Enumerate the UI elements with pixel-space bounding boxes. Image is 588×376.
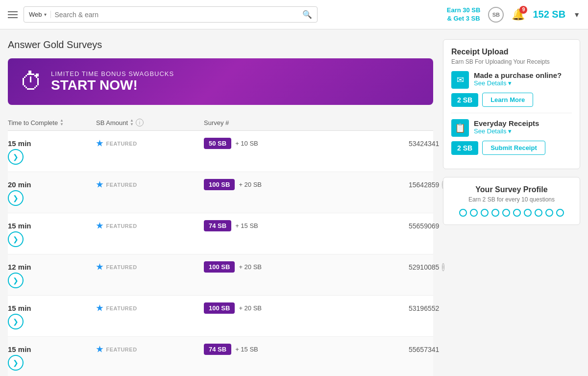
notifications-bell[interactable]: 🔔 9 (512, 8, 525, 21)
receipt-doc-icon: 📋 (451, 119, 469, 137)
survey-sb-col: 100 SB + 20 SB (204, 261, 409, 273)
sb-info-icon[interactable]: i (136, 119, 144, 126)
balance-chevron-icon[interactable]: ▼ (573, 11, 580, 19)
table-row: 20 min ★ FEATURED 100 SB + 20 SB 1564285… (8, 172, 433, 213)
col-action-header (409, 119, 433, 126)
profile-dot (502, 209, 510, 217)
profile-dot (459, 209, 467, 217)
chevron-down-icon: ▾ (508, 127, 512, 135)
everyday-receipts-header: 📋 Everyday Receipts See Details ▾ (451, 119, 572, 137)
profile-dot (513, 209, 521, 217)
online-sb-badge: 2 SB (451, 93, 478, 107)
survey-featured: ★ FEATURED (96, 139, 204, 148)
survey-profile-card: Your Survey Profile Earn 2 SB for every … (443, 177, 580, 225)
survey-sb-col: 74 SB + 15 SB (204, 220, 409, 231)
header-right: Earn 30 SB & Get 3 SB SB 🔔 9 152 SB ▼ (447, 6, 580, 23)
star-icon: ★ (96, 262, 103, 272)
online-see-details[interactable]: See Details ▾ (474, 79, 562, 87)
right-panel: Receipt Upload Earn SB For Uploading You… (443, 39, 580, 376)
survey-go-button[interactable]: ❯ (8, 190, 24, 206)
online-purchase-section: ✉ Made a purchase online? See Details ▾ … (451, 71, 572, 113)
survey-sb-col: 100 SB + 20 SB (204, 302, 409, 314)
banner-subtitle: LIMITED TIME BONUS SWAGBUCKS (51, 70, 174, 77)
everyday-receipts-actions: 2 SB Submit Receipt (451, 141, 572, 155)
notifications-badge: 9 (519, 6, 527, 14)
bonus-sb: + 15 SB (235, 346, 258, 353)
search-bar: Web ▾ 🔍 (24, 6, 318, 23)
survey-featured: ★ FEATURED (96, 180, 204, 189)
search-input[interactable] (55, 11, 303, 19)
receipt-upload-sub: Earn SB For Uploading Your Receipts (451, 58, 572, 65)
survey-number: 55659069 (409, 222, 433, 230)
banner-text: LIMITED TIME BONUS SWAGBUCKS START NOW! (51, 70, 174, 93)
table-row: 15 min ★ FEATURED 50 SB + 10 SB 53424341… (8, 131, 433, 172)
profile-dot (524, 209, 532, 217)
survey-go-button[interactable]: ❯ (8, 273, 24, 288)
survey-time: 15 min (8, 304, 96, 312)
receipt-upload-title: Receipt Upload (451, 48, 572, 56)
bonus-sb: + 20 SB (239, 181, 262, 188)
survey-sb-col: 74 SB + 15 SB (204, 344, 409, 355)
survey-number: 52910085 i (409, 263, 433, 271)
profile-dot (545, 209, 553, 217)
profile-dot (491, 209, 499, 217)
survey-number: 15642859 i (409, 181, 433, 189)
email-icon: ✉ (451, 71, 469, 89)
sb-balance[interactable]: 152 SB (533, 9, 565, 20)
star-icon: ★ (96, 139, 103, 148)
star-icon: ★ (96, 303, 103, 313)
page-title: Answer Gold Surveys (8, 39, 433, 50)
sb-badge: 100 SB (204, 261, 235, 273)
table-row: 15 min ★ FEATURED 74 SB + 15 SB 55657341… (8, 337, 433, 376)
sort-sb-icon: ▲▼ (130, 119, 134, 126)
survey-number: 53424341 (409, 140, 433, 148)
survey-featured: ★ FEATURED (96, 303, 204, 313)
search-type-dropdown[interactable]: Web ▾ (29, 11, 51, 18)
survey-profile-title: Your Survey Profile (451, 185, 572, 194)
survey-profile-sub: Earn 2 SB for every 10 questions (451, 196, 572, 203)
main-content: Answer Gold Surveys ⏱ LIMITED TIME BONUS… (0, 29, 588, 376)
promo-banner[interactable]: ⏱ LIMITED TIME BONUS SWAGBUCKS START NOW… (8, 58, 433, 105)
search-type-label: Web (29, 11, 42, 18)
star-icon: ★ (96, 345, 103, 354)
earn-bonus-text[interactable]: Earn 30 SB & Get 3 SB (447, 6, 481, 23)
survey-number: 55657341 (409, 346, 433, 353)
learn-more-button[interactable]: Learn More (482, 93, 533, 107)
online-purchase-header: ✉ Made a purchase online? See Details ▾ (451, 71, 572, 89)
profile-dot (535, 209, 542, 217)
table-row: 15 min ★ FEATURED 100 SB + 20 SB 5319655… (8, 296, 433, 337)
search-icon[interactable]: 🔍 (302, 10, 312, 19)
chevron-down-icon: ▾ (508, 79, 512, 87)
survey-go-button[interactable]: ❯ (8, 149, 24, 165)
survey-rows-container: 15 min ★ FEATURED 50 SB + 10 SB 53424341… (8, 131, 433, 376)
everyday-see-details[interactable]: See Details ▾ (474, 127, 539, 135)
chevron-down-icon: ▾ (44, 12, 47, 17)
survey-go-button[interactable]: ❯ (8, 355, 24, 371)
profile-dot (481, 209, 489, 217)
profile-dot (470, 209, 478, 217)
survey-go-button[interactable]: ❯ (8, 231, 24, 247)
sb-badge: 74 SB (204, 344, 231, 355)
sb-badge: 100 SB (204, 302, 235, 314)
star-icon: ★ (96, 180, 103, 189)
everyday-receipts-section: 📋 Everyday Receipts See Details ▾ 2 SB S… (451, 119, 572, 161)
sb-circle-button[interactable]: SB (488, 7, 504, 23)
survey-featured: ★ FEATURED (96, 262, 204, 272)
submit-receipt-button[interactable]: Submit Receipt (482, 141, 545, 155)
col-time-header[interactable]: Time to Complete ▲▼ (8, 119, 96, 126)
clock-icon: ⏱ (20, 68, 43, 95)
receipt-upload-card: Receipt Upload Earn SB For Uploading You… (443, 39, 580, 169)
hamburger-menu[interactable] (8, 11, 18, 18)
left-panel: Answer Gold Surveys ⏱ LIMITED TIME BONUS… (8, 39, 443, 376)
header: Web ▾ 🔍 Earn 30 SB & Get 3 SB SB 🔔 9 152… (0, 0, 588, 29)
survey-go-button[interactable]: ❯ (8, 314, 24, 329)
survey-sb-col: 100 SB + 20 SB (204, 179, 409, 190)
profile-dot (556, 209, 564, 217)
col-sb-header[interactable]: SB Amount ▲▼ i (96, 119, 204, 126)
profile-dots (451, 209, 572, 217)
survey-time: 20 min (8, 180, 96, 189)
bonus-sb: + 15 SB (235, 222, 258, 229)
sb-badge: 50 SB (204, 138, 231, 149)
table-row: 12 min ★ FEATURED 100 SB + 20 SB 5291008… (8, 254, 433, 296)
online-purchase-title: Made a purchase online? (474, 71, 562, 79)
